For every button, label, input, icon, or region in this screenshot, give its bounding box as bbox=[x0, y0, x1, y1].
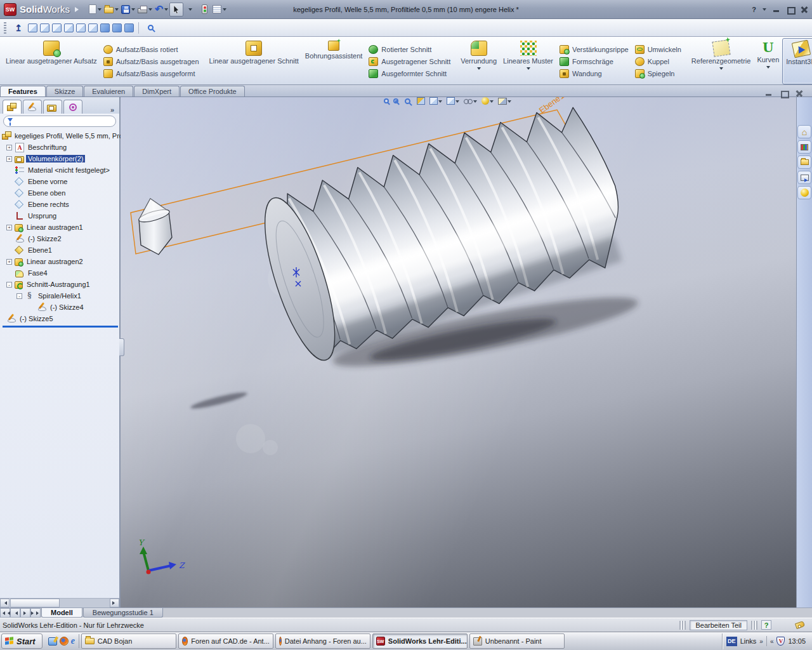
tree-item-material[interactable]: Material <nicht festgelegt> bbox=[1, 164, 119, 176]
expand-box[interactable]: - bbox=[16, 293, 22, 299]
chevron-down-icon[interactable] bbox=[490, 100, 494, 105]
minimize-button[interactable] bbox=[773, 6, 780, 13]
expand-box[interactable]: + bbox=[6, 259, 12, 265]
chevron-down-icon[interactable] bbox=[455, 100, 459, 105]
view-back-button[interactable] bbox=[40, 23, 49, 32]
open-button[interactable] bbox=[103, 3, 120, 17]
dimxpertmanager-tab[interactable] bbox=[63, 100, 82, 114]
chevron-down-icon[interactable] bbox=[131, 8, 135, 13]
tab-modell[interactable]: Modell bbox=[41, 608, 82, 618]
magnify-tool-button[interactable] bbox=[143, 21, 157, 35]
lofted-cut-button[interactable]: Ausgeformter Schnitt bbox=[369, 69, 450, 78]
graphics-viewport[interactable]: Ebene1 Y Z bbox=[121, 97, 796, 607]
revolved-cut-button[interactable]: Rotierter Schnitt bbox=[369, 45, 450, 54]
restore-button[interactable] bbox=[787, 6, 794, 13]
tree-root-part[interactable]: kegeliges Profil, Welle 5,5 mm, Pro bbox=[1, 130, 119, 142]
tab-bewegungsstudie[interactable]: Bewegungsstudie 1 bbox=[83, 608, 163, 618]
tree-item-spirale-helix1[interactable]: -§Spirale/Helix1 bbox=[1, 290, 119, 302]
previous-view-button[interactable] bbox=[403, 98, 412, 104]
new-document-button[interactable] bbox=[88, 3, 103, 17]
tree-item-ebene-oben[interactable]: Ebene oben bbox=[1, 187, 119, 199]
doc-minimize-button[interactable] bbox=[765, 90, 773, 96]
tab-scroll-first-button[interactable] bbox=[0, 608, 10, 618]
options-button[interactable] bbox=[211, 3, 228, 17]
expand-box[interactable]: - bbox=[6, 282, 12, 288]
help-button[interactable]: ? bbox=[752, 6, 756, 13]
curves-button[interactable]: U Kurven bbox=[754, 38, 782, 84]
taskbar-button-solidworks[interactable]: SWSolidWorks Lehr-Editi... bbox=[372, 633, 468, 649]
tree-filter-input[interactable] bbox=[15, 118, 112, 125]
swept-boss-button[interactable]: Aufsatz/Basis ausgetragen bbox=[103, 57, 199, 66]
scroll-right-button[interactable] bbox=[110, 599, 119, 607]
firefox-icon[interactable] bbox=[60, 637, 69, 646]
internet-explorer-icon[interactable]: e bbox=[71, 637, 75, 646]
links-toolbar-label[interactable]: Links bbox=[740, 637, 757, 645]
section-view-button[interactable] bbox=[417, 97, 425, 105]
instant3d-button[interactable]: Instant3D bbox=[782, 38, 812, 84]
doc-close-button[interactable] bbox=[796, 90, 803, 96]
taskbar-button-foren[interactable]: Foren auf CAD.de - Ant... bbox=[178, 633, 273, 649]
tab-dimxpert[interactable]: DimXpert bbox=[134, 86, 180, 96]
design-library-tab[interactable] bbox=[797, 140, 811, 154]
hole-wizard-button[interactable]: Bohrungsassistent bbox=[302, 38, 366, 84]
antivirus-shield-icon[interactable]: V bbox=[776, 637, 785, 646]
chevron-down-icon[interactable] bbox=[98, 8, 102, 13]
tree-item-skizze4[interactable]: (-) Skizze4 bbox=[1, 302, 119, 313]
chevron-down-icon[interactable] bbox=[766, 66, 770, 70]
tab-office-produkte[interactable]: Office Produkte bbox=[180, 86, 245, 96]
chevron-down-icon[interactable] bbox=[473, 100, 477, 105]
fillet-button[interactable]: Verrundung bbox=[457, 38, 500, 84]
tab-scroll-right-button[interactable] bbox=[20, 608, 30, 618]
chevron-down-icon[interactable] bbox=[164, 8, 168, 13]
tree-item-ebene-rechts[interactable]: Ebene rechts bbox=[1, 199, 119, 210]
start-button[interactable]: Start bbox=[1, 633, 43, 649]
view-bottom-button[interactable] bbox=[88, 23, 98, 32]
reference-geometry-button[interactable]: Referenzgeometrie bbox=[688, 38, 754, 84]
chevron-down-icon[interactable] bbox=[115, 8, 119, 13]
scroll-left-button[interactable] bbox=[0, 599, 10, 607]
expand-box[interactable]: + bbox=[6, 156, 12, 162]
toolbar-grip[interactable] bbox=[4, 22, 6, 34]
tree-item-ebene1[interactable]: Ebene1 bbox=[1, 244, 119, 256]
hide-show-items-button[interactable] bbox=[464, 98, 477, 105]
normal-to-button[interactable]: ↥ bbox=[11, 21, 25, 35]
display-style-button[interactable] bbox=[447, 97, 459, 105]
wrap-button[interactable]: Umwickeln bbox=[635, 45, 681, 54]
lofted-boss-button[interactable]: Aufsatz/Basis ausgeformt bbox=[103, 69, 199, 78]
scene-button[interactable] bbox=[498, 98, 511, 105]
featuremanager-tree-tab[interactable] bbox=[3, 100, 22, 114]
help-dropdown-icon[interactable] bbox=[763, 8, 766, 13]
view-dimetric-button[interactable] bbox=[124, 23, 134, 32]
view-front-button[interactable] bbox=[28, 23, 37, 32]
tree-item-schnitt-austragung1[interactable]: -Schnitt-Austragung1 bbox=[1, 279, 119, 290]
tree-item-linear-austragen1[interactable]: +Linear austragen1 bbox=[1, 222, 119, 233]
taskbar-button-cad-bojan[interactable]: CAD Bojan bbox=[81, 633, 176, 649]
tree-item-beschriftung[interactable]: +Beschriftung bbox=[1, 142, 119, 153]
undo-button[interactable]: ↶ bbox=[154, 3, 169, 17]
appearances-scenes-tab[interactable] bbox=[797, 186, 811, 199]
select-dropdown[interactable] bbox=[183, 3, 197, 17]
tree-item-volumenkoerper[interactable]: +Volumenkörper(2) bbox=[1, 153, 119, 164]
view-right-button[interactable] bbox=[64, 23, 74, 32]
view-palette-tab[interactable] bbox=[797, 171, 811, 184]
rebuild-button[interactable] bbox=[197, 3, 211, 17]
file-explorer-tab[interactable] bbox=[797, 156, 811, 169]
view-trimetric-button[interactable] bbox=[112, 23, 122, 32]
tree-item-skizze5[interactable]: (-) Skizze5 bbox=[1, 313, 119, 324]
view-isometric-button[interactable] bbox=[100, 23, 110, 32]
save-button[interactable] bbox=[120, 3, 136, 17]
appearances-button[interactable] bbox=[481, 97, 494, 105]
dome-button[interactable]: Kuppel bbox=[635, 57, 681, 66]
links-chevron[interactable]: » bbox=[759, 638, 763, 645]
tab-features[interactable]: Features bbox=[0, 86, 46, 96]
tree-item-skizze2[interactable]: (-) Skizze2 bbox=[1, 233, 119, 244]
rollback-bar[interactable] bbox=[3, 326, 118, 328]
expand-box[interactable]: + bbox=[6, 145, 12, 150]
swept-cut-button[interactable]: Ausgetragener Schnitt bbox=[369, 57, 450, 66]
model-canvas[interactable]: Ebene1 Y Z bbox=[121, 97, 794, 607]
expand-box[interactable]: + bbox=[6, 225, 12, 230]
chevron-down-icon[interactable] bbox=[477, 67, 481, 72]
revolved-boss-button[interactable]: Aufsatz/Basis rotiert bbox=[103, 45, 199, 54]
view-orientation-button[interactable] bbox=[429, 97, 442, 105]
draft-button[interactable]: Formschräge bbox=[560, 57, 629, 66]
